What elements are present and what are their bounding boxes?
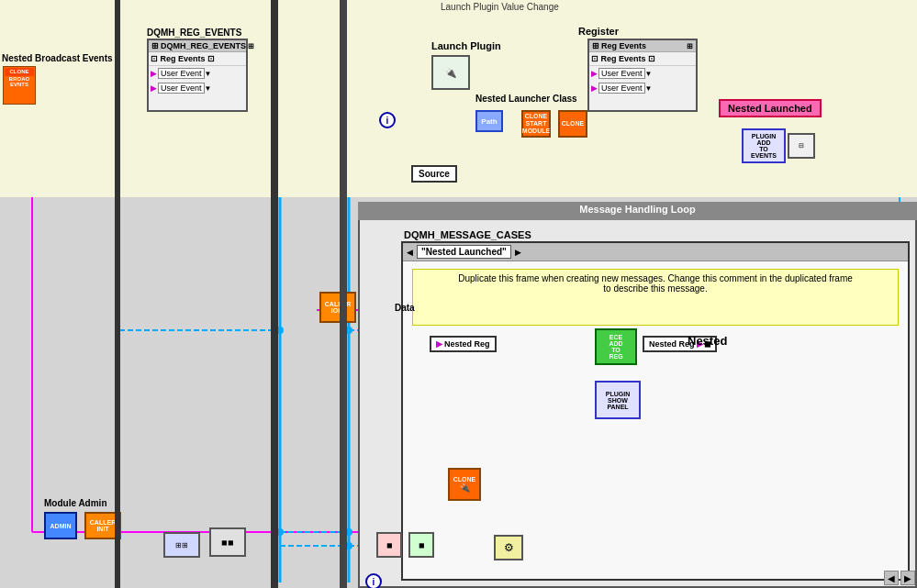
user-event-dropdown-2[interactable]: User Event	[158, 83, 205, 94]
plugin-show-panel-block: PLUGIN SHOW PANEL	[595, 381, 641, 419]
user-event-dropdown-3[interactable]: User Event	[598, 68, 645, 79]
user-event-dropdown-1[interactable]: User Event	[158, 68, 205, 79]
reg-events-sub-right: ⊡ Reg Events ⊡	[589, 52, 696, 66]
dqmh-message-cases-label: DQMH_MESSAGE_CASES	[404, 229, 531, 240]
small-block-top-right: ⊟	[788, 133, 815, 159]
main-canvas: Launch Plugin Value Change ⊞ DQMH_REG_EV…	[0, 0, 917, 588]
reg-events-sub-left: ⊡ Reg Events ⊡	[149, 52, 246, 66]
message-frame-titlebar: ◀ "Nested Launched" ▶	[403, 243, 908, 261]
dqmh-reg-events-label: DQMH_REG_EVENTS	[147, 28, 241, 38]
reg-icon-left: ⊞	[151, 41, 159, 50]
reg-events-right-title: ⊞ Reg Events ⊞	[589, 40, 696, 52]
info-button-bottom[interactable]: i	[365, 573, 382, 588]
reg-events-left-title: ⊞ DQMH_REG_EVENTS ⊞	[149, 40, 246, 52]
user-event-row-1[interactable]: ▶ User Event ▼	[149, 66, 246, 81]
connector-block-bottom-2: ◼	[408, 532, 434, 558]
scroll-right-button[interactable]: ▶	[900, 571, 915, 585]
message-handling-loop-label: Message Handling Loop	[358, 202, 917, 220]
caller-block-bottom: CALLER IOHI	[319, 292, 356, 323]
admin-block: ADMIN	[44, 512, 77, 539]
source-box: Source	[411, 165, 457, 183]
small-block-bottom-1: ⊞⊞	[163, 532, 200, 558]
left-loop-bar-top	[115, 0, 120, 197]
clone-bottom-block: CLONE 🔌	[448, 468, 481, 501]
clone-start-module-block: CLONE START MODULE	[521, 110, 551, 138]
gear-block-bottom: ⚙	[494, 535, 523, 560]
mid-bar-1-bottom	[271, 197, 278, 588]
mid-bar-2-top	[340, 0, 347, 197]
nested-reg-left: ▶ Nested Reg	[430, 336, 497, 352]
user-event-row-3[interactable]: ▶ User Event ▼	[589, 66, 696, 81]
message-frame: ◀ "Nested Launched" ▶ Duplicate this fra…	[401, 241, 910, 581]
small-block-bottom-2: ◼◼	[209, 527, 246, 557]
register-label: Register	[578, 26, 619, 37]
user-event-row-4[interactable]: ▶ User Event ▼	[589, 81, 696, 95]
left-loop-bar-bottom	[115, 197, 120, 588]
data-label: Data	[395, 303, 415, 313]
connector-block-bottom-1: ◼	[376, 532, 402, 558]
launch-plugin-label: Launch Plugin	[431, 40, 501, 51]
comment-box: Duplicate this frame when creating new m…	[412, 269, 899, 326]
nested-label: Nested	[688, 334, 727, 348]
ece-add-to-reg-block: ECE ADD TO REG	[595, 328, 637, 365]
mid-bar-1-top	[271, 0, 278, 197]
nested-launched-badge: Nested Launched	[719, 99, 822, 117]
info-button-top[interactable]: i	[379, 112, 396, 128]
dqmh-reg-events-right: ⊞ Reg Events ⊞ ⊡ Reg Events ⊡ ▶ User Eve…	[587, 39, 698, 112]
path-icon: Path	[475, 110, 503, 132]
nested-broadcast-label: Nested Broadcast Events	[2, 53, 113, 63]
dqmh-reg-events-left: ⊞ DQMH_REG_EVENTS ⊞ ⊡ Reg Events ⊡ ▶ Use…	[147, 39, 248, 112]
user-event-row-2[interactable]: ▶ User Event ▼	[149, 81, 246, 95]
nested-launched-dropdown[interactable]: "Nested Launched"	[417, 245, 511, 259]
scroll-left-button[interactable]: ◀	[884, 571, 899, 585]
clone-broadcast-block: CLONE BROAO EVNTS	[3, 66, 36, 105]
plugin-top-block: PLUGIN ADD TO EVENTS	[742, 128, 786, 163]
nested-launcher-class-label: Nested Launcher Class	[475, 94, 577, 104]
launch-plugin-vi: 🔌	[431, 55, 470, 90]
clone2-block: CLONE	[558, 110, 587, 138]
top-label: Launch Plugin Value Change	[441, 2, 559, 12]
mid-bar-2-bottom	[340, 197, 347, 588]
module-admin-label: Module Admin	[44, 498, 107, 508]
user-event-dropdown-4[interactable]: User Event	[598, 83, 645, 94]
